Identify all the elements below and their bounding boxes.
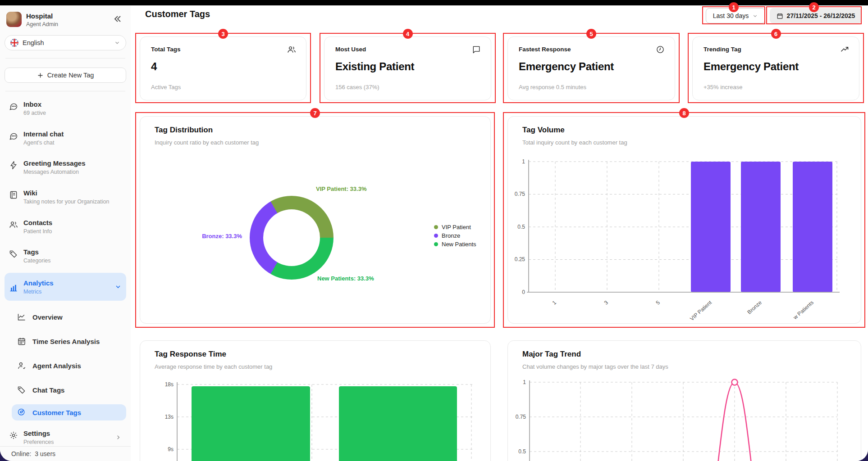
svg-text:Bronze: Bronze <box>746 299 763 316</box>
main-content: Customer Tags Last 30 days 27/11/2025 - … <box>131 5 868 461</box>
stat-value: Emergency Patient <box>704 60 799 73</box>
stat-value: Existing Patient <box>335 60 414 73</box>
calendar-icon <box>17 337 26 346</box>
chart-card-major-tag-trend: Major Tag Trend Chat volume changes by m… <box>507 340 861 461</box>
line-chart-icon <box>17 312 26 321</box>
svg-text:9s: 9s <box>168 446 174 452</box>
stat-card-trending-tag: Trending Tag Emergency Patient +35% incr… <box>692 36 859 100</box>
legend-dot <box>434 225 438 229</box>
pie-label-new: New Patients: 33.3% <box>317 275 374 282</box>
date-range-chip[interactable]: 27/11/2025 - 26/12/2025 <box>770 8 862 23</box>
chat-bubble-icon <box>9 131 18 140</box>
sidebar-item-wiki[interactable]: WikiTaking notes for your Organization <box>5 186 126 208</box>
chart-card-tag-volume: Tag Volume Total inquiry count by each c… <box>507 116 861 324</box>
sub-item-label: Agent Analysis <box>32 362 81 370</box>
uk-flag-icon <box>10 39 18 47</box>
stat-value: 4 <box>151 60 157 73</box>
svg-text:1: 1 <box>522 158 525 165</box>
svg-text:13s: 13s <box>165 414 174 420</box>
date-range-label: 27/11/2025 - 26/12/2025 <box>787 12 855 19</box>
sub-item-label: Customer Tags <box>32 409 81 416</box>
language-label: English <box>23 39 44 46</box>
nav-sub: Messages Automation <box>23 169 86 175</box>
chart-title: Tag Distribution <box>155 126 213 135</box>
nav-title: Tags <box>23 248 50 256</box>
stat-label: Fastest Response <box>519 46 571 53</box>
chart-subtitle: Inquiry count ratio by each customer tag <box>155 139 259 146</box>
sidebar-collapse-button[interactable] <box>112 14 123 24</box>
nav-title: Contacts <box>23 219 52 226</box>
svg-text:0.75: 0.75 <box>515 191 525 197</box>
sidebar-item-analytics[interactable]: AnalyticsMetrics <box>5 273 126 301</box>
chevron-right-icon <box>115 434 122 441</box>
major-tag-trend-line-chart: 1 0.75 0.5 <box>508 341 861 461</box>
svg-text:0.5: 0.5 <box>517 224 525 230</box>
range-label: Last 30 days <box>713 12 749 19</box>
stat-label: Most Used <box>335 46 366 53</box>
svg-text:w Patients: w Patients <box>792 299 815 321</box>
legend-label: VIP Patient <box>442 224 471 230</box>
svg-text:1: 1 <box>523 379 526 385</box>
stat-sub: Active Tags <box>151 84 181 90</box>
range-selector[interactable]: Last 30 days <box>706 8 765 23</box>
legend-label: New Patients <box>442 241 476 248</box>
tag-icon <box>17 385 26 394</box>
donut-chart <box>250 196 333 280</box>
org-avatar[interactable] <box>6 12 22 27</box>
users-icon <box>9 220 18 229</box>
language-selector[interactable]: English <box>5 35 126 50</box>
sidebar-item-contacts[interactable]: ContactsPatient Info <box>5 216 126 237</box>
sidebar-item-customer-tags[interactable]: Customer Tags <box>12 404 126 420</box>
nav-sub: Categories <box>23 258 50 264</box>
stat-card-fastest-response: Fastest Response Emergency Patient Avg r… <box>507 36 675 100</box>
gear-icon <box>9 431 18 440</box>
nav-sub: Metrics <box>23 289 54 295</box>
stat-card-most-used: Most Used Existing Patient 156 cases (37… <box>324 36 491 100</box>
os-top-bar <box>0 0 868 5</box>
plus-icon <box>37 72 44 79</box>
svg-text:0: 0 <box>522 289 525 295</box>
app-window: Hospital Agent Admin English Cre <box>0 5 868 461</box>
sidebar-item-tags[interactable]: TagsCategories <box>5 245 126 267</box>
stat-sub: Avg response 0.5 minutes <box>519 84 586 90</box>
sidebar-item-overview[interactable]: Overview <box>12 309 126 325</box>
page-title: Customer Tags <box>145 9 210 19</box>
create-new-tag-label: Create New Tag <box>47 72 94 79</box>
chat-bubble-icon <box>9 102 18 111</box>
pie-label-bronze: Bronze: 33.3% <box>167 233 242 240</box>
stat-label: Total Tags <box>151 46 181 53</box>
sidebar-item-internal-chat[interactable]: Internal chatAgent's chat <box>5 127 126 149</box>
chart-card-tag-response-time: Tag Response Time Average response time … <box>140 340 491 461</box>
online-status: Online: 3 users <box>11 450 55 457</box>
tag-response-time-bar-chart: 18s 13s 9s <box>140 341 491 461</box>
legend-dot <box>434 242 438 246</box>
create-new-tag-button[interactable]: Create New Tag <box>5 68 126 83</box>
nav-sub: Agent's chat <box>23 140 64 146</box>
person-check-icon <box>17 408 26 417</box>
sidebar-item-inbox[interactable]: Inbox69 active <box>5 98 126 119</box>
sidebar-item-agent-analysis[interactable]: Agent Analysis <box>12 357 126 374</box>
tag-icon <box>9 249 18 258</box>
nav-title: Inbox <box>23 100 46 108</box>
stat-sub: +35% increase <box>704 84 742 90</box>
legend-label: Bronze <box>442 232 460 239</box>
person-check-icon <box>17 361 26 370</box>
sidebar-item-time-series-analysis[interactable]: Time Series Analysis <box>12 333 126 349</box>
sidebar-item-chat-tags[interactable]: Chat Tags <box>12 382 126 398</box>
chat-bubble-icon <box>472 45 481 54</box>
svg-text:18s: 18s <box>165 381 174 388</box>
bar-chart-icon <box>9 283 18 292</box>
clock-icon <box>656 45 665 54</box>
legend-item[interactable]: New Patients <box>434 241 476 248</box>
sidebar-item-greeting-messages[interactable]: Greeting MessagesMessages Automation <box>5 157 126 178</box>
divider <box>0 446 131 447</box>
legend-item[interactable]: Bronze <box>434 232 460 239</box>
sidebar-item-settings[interactable]: SettingsPreferences <box>5 427 126 448</box>
nav-title: Greeting Messages <box>23 159 86 167</box>
legend-item[interactable]: VIP Patient <box>434 224 471 230</box>
sub-item-label: Overview <box>32 313 63 321</box>
tag-volume-bar-chart: 1 0.75 0.5 0.25 0 1 3 5 VIP Patient Bron… <box>508 117 861 324</box>
stat-sub: 156 cases (37%) <box>335 84 379 90</box>
stat-value: Emergency Patient <box>519 60 614 73</box>
svg-text:0.75: 0.75 <box>516 414 526 420</box>
